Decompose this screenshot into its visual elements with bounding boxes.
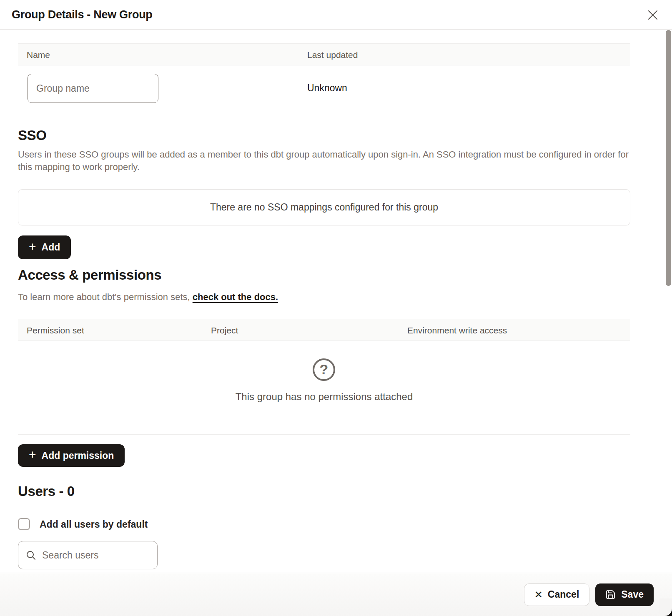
access-permissions-heading: Access & permissions	[18, 267, 161, 283]
search-users-input[interactable]	[42, 550, 150, 561]
cancel-x-icon: ✕	[534, 590, 543, 600]
docs-link[interactable]: check out the docs.	[193, 292, 278, 302]
users-heading-prefix: Users -	[18, 483, 67, 499]
save-icon	[605, 589, 616, 600]
search-icon	[26, 550, 36, 561]
cancel-label: Cancel	[548, 589, 579, 600]
user-search-box	[18, 541, 158, 569]
sso-empty-state: There are no SSO mappings configured for…	[18, 189, 630, 225]
add-sso-label: Add	[42, 242, 60, 253]
question-mark-icon: ?	[312, 358, 336, 382]
scrollbar-thumb[interactable]	[666, 30, 671, 286]
modal-header: Group Details - New Group	[0, 0, 672, 30]
last-updated-value: Unknown	[307, 83, 347, 94]
permission-set-column-header: Permission set	[27, 326, 84, 336]
users-heading: Users - 0	[18, 483, 75, 499]
project-column-header: Project	[211, 326, 238, 336]
last-updated-column-header: Last updated	[307, 50, 358, 60]
name-column-header: Name	[27, 50, 50, 60]
section-divider	[18, 434, 630, 435]
add-sso-mapping-button[interactable]: + Add	[18, 235, 71, 259]
plus-icon: +	[29, 448, 36, 461]
save-label: Save	[621, 589, 644, 600]
permissions-table-header-row: Permission set Project Environment write…	[18, 319, 630, 341]
group-name-input[interactable]	[28, 74, 158, 103]
window-corner	[659, 598, 672, 616]
modal-title: Group Details - New Group	[12, 8, 153, 21]
sso-description: Users in these SSO groups will be added …	[18, 148, 630, 173]
add-all-users-label: Add all users by default	[40, 519, 148, 530]
access-description: To learn more about dbt's permission set…	[18, 292, 278, 303]
cancel-button[interactable]: ✕ Cancel	[524, 583, 590, 606]
modal-footer: ✕ Cancel Save	[0, 573, 672, 616]
users-count: 0	[67, 483, 75, 499]
close-button[interactable]	[644, 7, 661, 23]
save-button[interactable]: Save	[595, 583, 654, 606]
plus-icon: +	[29, 240, 36, 253]
add-permission-label: Add permission	[42, 450, 114, 461]
sso-empty-message: There are no SSO mappings configured for…	[210, 202, 438, 213]
group-details-modal: Group Details - New Group Name Last upda…	[0, 0, 672, 616]
svg-text:?: ?	[320, 361, 328, 377]
add-permission-button[interactable]: + Add permission	[18, 444, 125, 467]
close-icon	[647, 9, 659, 21]
environment-write-access-column-header: Environment write access	[407, 326, 507, 336]
access-description-text: To learn more about dbt's permission set…	[18, 292, 193, 302]
name-table-header-row: Name Last updated	[18, 43, 630, 65]
row-divider	[18, 112, 630, 112]
sso-heading: SSO	[18, 128, 47, 143]
permissions-empty-message: This group has no permissions attached	[18, 391, 630, 403]
add-all-users-checkbox[interactable]	[18, 518, 30, 530]
